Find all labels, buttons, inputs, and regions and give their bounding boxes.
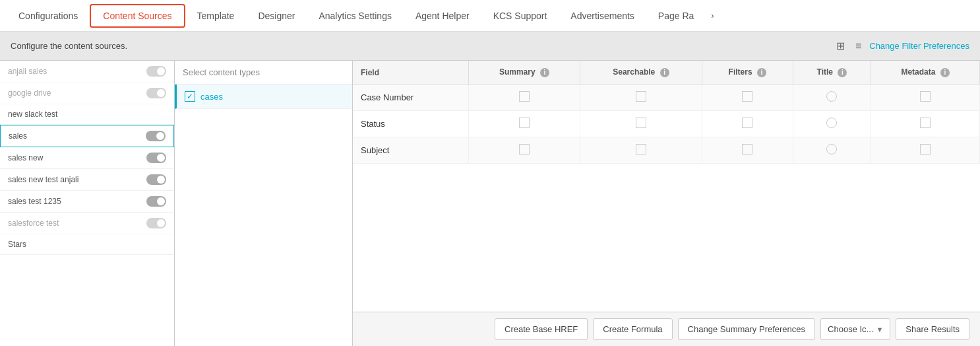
toggle-sales-test-1235[interactable] (146, 196, 166, 207)
sidebar-item-new-slack-test[interactable]: new slack test (0, 104, 174, 125)
sidebar-item-stars[interactable]: Stars (0, 234, 174, 255)
content-type-item-cases[interactable]: ✓ cases (175, 85, 352, 109)
toggle-sales-new-test-anjali[interactable] (146, 174, 166, 185)
change-summary-preferences-button[interactable]: Change Summary Preferences (678, 318, 815, 340)
toggle-salesforce-test[interactable] (146, 218, 166, 228)
title-rb-case-number[interactable] (793, 85, 871, 111)
header-bar: Configure the content sources. ⊞ ≡ Chang… (0, 32, 980, 61)
sidebar-item-label: sales test 1235 (8, 197, 61, 206)
nav-item-configurations[interactable]: Configurations (7, 0, 90, 32)
metadata-cb-case-number[interactable] (871, 85, 980, 111)
nav-item-designer[interactable]: Designer (246, 0, 307, 32)
title-rb-status[interactable] (793, 111, 871, 137)
header-actions: ⊞ ≡ Change Filter Preferences (834, 38, 969, 53)
choose-icon-button[interactable]: Choose Ic... ▼ (820, 318, 890, 340)
table-row: Status (353, 111, 980, 137)
sidebar-item-sales-new-test-anjali[interactable]: sales new test anjali (0, 169, 174, 191)
sidebar-item-sales[interactable]: sales (0, 125, 174, 147)
toggle-google-drive[interactable] (146, 88, 166, 98)
top-nav: Configurations Content Sources Template … (0, 0, 980, 32)
nav-more-button[interactable]: › (706, 0, 719, 32)
cases-label: cases (200, 92, 223, 102)
title-rb-subject[interactable] (793, 137, 871, 164)
create-base-href-button[interactable]: Create Base HREF (495, 318, 588, 340)
cases-checkbox-icon: ✓ (185, 91, 195, 102)
content-types-header: Select content types (175, 61, 352, 85)
field-case-number: Case Number (353, 85, 468, 111)
table-row: Subject (353, 137, 980, 164)
table-row: Case Number (353, 85, 980, 111)
choose-icon-label: Choose Ic... (828, 324, 873, 334)
col-title: Title i (793, 61, 871, 85)
nav-item-agent-helper[interactable]: Agent Helper (404, 0, 481, 32)
searchable-cb-status[interactable] (580, 111, 702, 137)
sidebar-item-label: salesforce test (8, 219, 59, 228)
summary-cb-subject[interactable] (468, 137, 580, 164)
searchable-info-icon[interactable]: i (660, 68, 669, 77)
sidebar-item-sales-test-1235[interactable]: sales test 1235 (0, 191, 174, 213)
metadata-cb-subject[interactable] (871, 137, 980, 164)
fields-table: Field Summary i Searchable i F (353, 61, 980, 164)
filters-cb-status[interactable] (702, 111, 793, 137)
nav-item-analytics-settings[interactable]: Analytics Settings (307, 0, 404, 32)
header-title: Configure the content sources. (11, 41, 127, 51)
sidebar-item-label: sales new test anjali (8, 175, 78, 184)
toggle-anjali-sales[interactable] (146, 66, 166, 77)
sidebar-item-label: sales (9, 131, 27, 141)
filters-cb-case-number[interactable] (702, 85, 793, 111)
main-area: Configure the content sources. ⊞ ≡ Chang… (0, 32, 980, 346)
searchable-cb-subject[interactable] (580, 137, 702, 164)
nav-item-kcs-support[interactable]: KCS Support (481, 0, 559, 32)
summary-cb-status[interactable] (468, 111, 580, 137)
nav-item-template[interactable]: Template (185, 0, 247, 32)
nav-item-advertisements[interactable]: Advertisements (559, 0, 646, 32)
share-results-button[interactable]: Share Results (896, 318, 969, 340)
sidebar-item-sales-new[interactable]: sales new (0, 147, 174, 169)
summary-info-icon[interactable]: i (540, 68, 549, 77)
sidebar-item-label: new slack test (8, 110, 57, 119)
col-filters: Filters i (702, 61, 793, 85)
toggle-sales[interactable] (146, 131, 166, 141)
table-area: Field Summary i Searchable i F (353, 61, 980, 346)
searchable-cb-case-number[interactable] (580, 85, 702, 111)
chevron-down-icon: ▼ (876, 326, 883, 333)
col-searchable: Searchable i (580, 61, 702, 85)
field-subject: Subject (353, 137, 468, 164)
sidebar: anjali sales google drive new slack test… (0, 61, 175, 346)
metadata-info-icon[interactable]: i (940, 68, 950, 77)
toggle-sales-new[interactable] (146, 153, 166, 163)
title-info-icon[interactable]: i (838, 68, 847, 77)
sidebar-item-label: anjali sales (8, 67, 47, 76)
content-area: anjali sales google drive new slack test… (0, 61, 980, 346)
metadata-cb-status[interactable] (871, 111, 980, 137)
create-formula-button[interactable]: Create Formula (593, 318, 672, 340)
filters-info-icon[interactable]: i (757, 68, 766, 77)
nav-item-content-sources[interactable]: Content Sources (90, 4, 185, 28)
filter-icon-button[interactable]: ≡ (853, 39, 864, 53)
filters-cb-subject[interactable] (702, 137, 793, 164)
change-filter-preferences-link[interactable]: Change Filter Preferences (869, 41, 969, 51)
field-status: Status (353, 111, 468, 137)
sidebar-item-label: Stars (8, 240, 26, 249)
nav-item-page-ra[interactable]: Page Ra (646, 0, 706, 32)
content-types-panel: Select content types ✓ cases (175, 61, 353, 346)
sidebar-item-label: google drive (8, 88, 51, 98)
col-metadata: Metadata i (871, 61, 980, 85)
summary-cb-case-number[interactable] (468, 85, 580, 111)
sidebar-item-label: sales new (8, 153, 43, 162)
col-summary: Summary i (468, 61, 580, 85)
grid-view-icon-button[interactable]: ⊞ (834, 38, 847, 53)
sidebar-item-salesforce-test[interactable]: salesforce test (0, 213, 174, 234)
bottom-bar: Create Base HREF Create Formula Change S… (353, 312, 980, 346)
table-wrapper: Field Summary i Searchable i F (353, 61, 980, 312)
sidebar-item-anjali-sales[interactable]: anjali sales (0, 61, 174, 83)
col-field: Field (353, 61, 468, 85)
sidebar-item-google-drive[interactable]: google drive (0, 83, 174, 104)
